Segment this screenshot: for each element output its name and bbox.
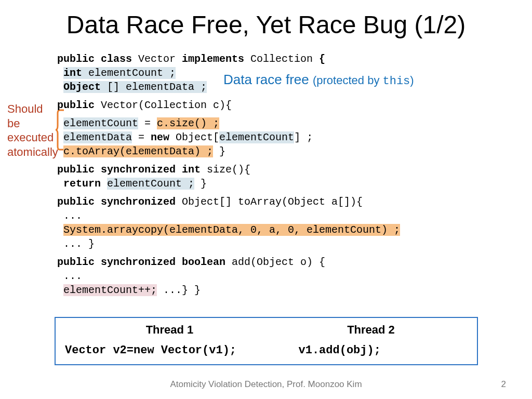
code-kw: { bbox=[319, 53, 325, 65]
code-listing: public class Vector implements Collectio… bbox=[57, 52, 400, 297]
code-text: size(){ bbox=[207, 164, 250, 176]
code-text: add(Object o) { bbox=[232, 256, 325, 268]
code-kw: implements bbox=[182, 53, 250, 65]
code-kw: public synchronized int bbox=[57, 164, 207, 176]
code-kw: public synchronized bbox=[57, 196, 182, 208]
code-hl: elementCount bbox=[63, 117, 138, 129]
code-text: [] elementData ; bbox=[107, 81, 207, 93]
code-text: Vector(Collection c){ bbox=[101, 99, 232, 111]
code-kw: public bbox=[57, 99, 101, 111]
code-kw: public synchronized boolean bbox=[57, 256, 232, 268]
code-hl: elementCount bbox=[219, 131, 294, 143]
code-text: = bbox=[132, 131, 151, 143]
code-hl: elementData bbox=[63, 131, 132, 143]
code-text: Object[ bbox=[176, 131, 219, 143]
code-text: } bbox=[213, 145, 225, 157]
code-hl: c.toArray(elementData) ; bbox=[63, 145, 213, 157]
code-hl: System.arraycopy(elementData, 0, a, 0, e… bbox=[63, 224, 400, 236]
thread2-code: v1.add(obj); bbox=[299, 344, 468, 357]
thread2-header: Thread 2 bbox=[274, 323, 468, 337]
atomicity-annotation: Should be executed atomically bbox=[7, 102, 57, 159]
thread1-header: Thread 1 bbox=[65, 323, 274, 337]
code-text: ... } bbox=[63, 238, 95, 250]
code-hl: elementCount++; bbox=[63, 284, 157, 296]
slide-footer: Atomicity Violation Detection, Prof. Moo… bbox=[0, 379, 532, 390]
code-text: Vector bbox=[138, 53, 182, 65]
code-text: = bbox=[138, 117, 157, 129]
code-hl: elementCount ; bbox=[107, 178, 194, 190]
code-text: ] ; bbox=[294, 131, 313, 143]
code-kw: return bbox=[63, 178, 107, 190]
code-hl: c.size() ; bbox=[157, 117, 219, 129]
drf-sub2: ) bbox=[410, 74, 414, 87]
code-text: Object[] toArray(Object a[]){ bbox=[182, 196, 363, 208]
code-kw: int bbox=[63, 67, 88, 79]
code-text: ...} } bbox=[157, 284, 201, 296]
code-text: Collection bbox=[250, 53, 319, 65]
slide-title: Data Race Free, Yet Race Bug (1/2) bbox=[0, 0, 532, 39]
thread1-code: Vector v2=new Vector(v1); bbox=[65, 344, 299, 357]
code-text: ... bbox=[63, 270, 82, 282]
page-number: 2 bbox=[501, 379, 506, 390]
code-kw: public class bbox=[57, 53, 138, 65]
code-kw: Object bbox=[63, 81, 107, 93]
code-text: } bbox=[194, 178, 207, 190]
thread-comparison-box: Thread 1 Thread 2 Vector v2=new Vector(v… bbox=[55, 317, 478, 365]
code-text: ... bbox=[63, 210, 82, 222]
code-kw: new bbox=[151, 131, 176, 143]
code-text: elementCount ; bbox=[88, 67, 176, 79]
